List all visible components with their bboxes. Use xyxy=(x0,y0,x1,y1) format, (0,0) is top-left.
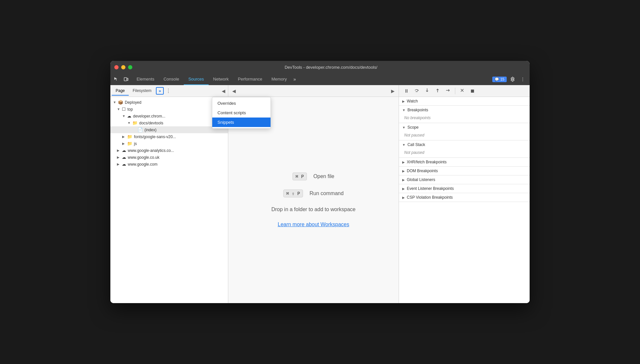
section-scope-content: Not paused xyxy=(399,132,530,140)
inspect-element-button[interactable] xyxy=(112,75,121,83)
shortcut-open-file-keys: ⌘ P xyxy=(292,173,307,180)
pause-button[interactable]: ⏸ xyxy=(402,87,411,95)
tab-network[interactable]: Network xyxy=(209,73,234,85)
tab-filesystem[interactable]: Filesystem xyxy=(129,86,155,96)
google-co-uk-label: www.google.co.uk xyxy=(128,155,160,160)
section-call-stack-content: Not paused xyxy=(399,149,530,157)
settings-button[interactable] xyxy=(508,75,517,83)
tree-item-fonts[interactable]: ▶ 📁 fonts/google-sans-v20... xyxy=(110,133,228,140)
call-stack-chevron-icon: ▼ xyxy=(402,143,405,147)
step-out-button[interactable] xyxy=(433,86,442,95)
fonts-label: fonts/google-sans-v20... xyxy=(134,135,176,139)
section-dom-breakpoints-header[interactable]: ▶ DOM Breakpoints xyxy=(399,167,530,175)
developer-chrome-icon: ☁ xyxy=(127,114,131,118)
device-toolbar-button[interactable] xyxy=(122,75,131,83)
section-event-listener-breakpoints: ▶ Event Listener Breakpoints xyxy=(399,184,530,193)
section-watch: ▶ Watch xyxy=(399,97,530,106)
watch-chevron-icon: ▶ xyxy=(402,100,405,103)
section-event-listener-breakpoints-label: Event Listener Breakpoints xyxy=(407,186,454,191)
tree-item-docs-devtools[interactable]: ▼ 📁 docs/devtools xyxy=(110,119,228,126)
tree-item-deployed[interactable]: ▼ 📦 Deployed xyxy=(110,99,228,106)
more-sources-tabs-button[interactable]: » xyxy=(156,87,163,95)
csp-violation-chevron-icon: ▶ xyxy=(402,196,405,199)
tab-bar-right: 💬 15 ⋮ xyxy=(490,73,530,85)
google-analytics-label: www.google-analytics.co... xyxy=(128,148,174,153)
title-bar: DevTools - developer.chrome.com/docs/dev… xyxy=(110,61,530,73)
tree-item-google-co-uk[interactable]: ▶ ☁ www.google.co.uk xyxy=(110,154,228,161)
dropdown-content-scripts[interactable]: Content scripts xyxy=(212,108,271,118)
devtools-body: Elements Console Sources Network Perform… xyxy=(110,73,530,303)
tree-item-index[interactable]: 📄 (index) xyxy=(110,126,228,133)
section-call-stack-label: Call Stack xyxy=(407,142,425,147)
sources-more-options[interactable]: ⋮ xyxy=(164,86,172,95)
section-global-listeners-header[interactable]: ▶ Global Listeners xyxy=(399,175,530,184)
hide-panel-button[interactable]: ◀ xyxy=(231,87,237,95)
tree-item-top[interactable]: ▼ ☐ top xyxy=(110,106,228,113)
dropdown-snippets[interactable]: Snippets xyxy=(212,118,271,127)
dropdown-overrides[interactable]: Overrides xyxy=(212,99,271,108)
chevron-deployed: ▼ xyxy=(113,100,117,104)
minimize-button[interactable] xyxy=(121,65,125,69)
stop-button[interactable]: ⏹ xyxy=(468,87,477,95)
chevron-fonts: ▶ xyxy=(122,135,126,138)
event-listener-breakpoints-chevron-icon: ▶ xyxy=(402,187,405,191)
sources-tabs: Page Filesystem » ⋮ ◀ xyxy=(110,85,228,97)
section-event-listener-breakpoints-header[interactable]: ▶ Event Listener Breakpoints xyxy=(399,184,530,193)
notification-badge[interactable]: 💬 15 xyxy=(492,77,507,82)
dropdown-menu: Overrides Content scripts Snippets xyxy=(212,97,271,129)
tab-console[interactable]: Console xyxy=(159,73,184,85)
toolbar-divider xyxy=(455,88,455,94)
window-controls xyxy=(114,65,132,69)
section-csp-violation-header[interactable]: ▶ CSP Violation Breakpoints xyxy=(399,193,530,202)
section-dom-breakpoints-label: DOM Breakpoints xyxy=(407,169,438,173)
tab-elements[interactable]: Elements xyxy=(132,73,159,85)
google-co-uk-icon: ☁ xyxy=(122,155,126,160)
section-xhr-fetch: ▶ XHR/fetch Breakpoints xyxy=(399,158,530,167)
breakpoints-chevron-icon: ▼ xyxy=(402,108,405,112)
dom-breakpoints-chevron-icon: ▶ xyxy=(402,169,405,173)
tree-item-google-analytics[interactable]: ▶ ☁ www.google-analytics.co... xyxy=(110,147,228,154)
chevron-developer-chrome: ▼ xyxy=(122,114,126,118)
section-breakpoints-header[interactable]: ▼ Breakpoints xyxy=(399,106,530,114)
section-call-stack-header[interactable]: ▼ Call Stack xyxy=(399,140,530,149)
xhr-fetch-chevron-icon: ▶ xyxy=(402,160,405,164)
more-options-button[interactable]: ⋮ xyxy=(518,75,527,83)
tab-page[interactable]: Page xyxy=(112,86,129,96)
google-com-icon: ☁ xyxy=(122,162,126,167)
section-xhr-fetch-header[interactable]: ▶ XHR/fetch Breakpoints xyxy=(399,158,530,166)
section-breakpoints-content: No breakpoints xyxy=(399,114,530,123)
section-scope-header[interactable]: ▼ Scope xyxy=(399,123,530,132)
tree-item-google-com[interactable]: ▶ ☁ www.google.com xyxy=(110,161,228,168)
more-tabs-button[interactable]: » xyxy=(292,73,298,85)
shortcut-run-command-label: Run command xyxy=(310,191,344,196)
index-icon: 📄 xyxy=(138,127,143,132)
shortcut-run-command: ⌘ ⇧ P Run command xyxy=(283,190,344,197)
workspace-learn-more-link[interactable]: Learn more about Workspaces xyxy=(278,222,349,228)
step-button[interactable] xyxy=(443,86,453,95)
developer-chrome-label: developer.chrom... xyxy=(133,114,165,118)
step-into-button[interactable] xyxy=(422,86,432,95)
section-watch-label: Watch xyxy=(407,99,418,103)
show-panel-button[interactable]: ▶ xyxy=(390,87,396,95)
maximize-button[interactable] xyxy=(128,65,132,69)
google-analytics-icon: ☁ xyxy=(122,148,126,153)
right-sections: ▶ Watch ▼ Breakpoints No breakpoints xyxy=(399,97,530,303)
close-button[interactable] xyxy=(114,65,119,69)
tree-item-js[interactable]: ▶ 📁 js xyxy=(110,140,228,147)
right-panel: ⏸ xyxy=(399,85,530,303)
deactivate-breakpoints-button[interactable] xyxy=(457,86,467,95)
step-over-button[interactable] xyxy=(412,86,422,95)
section-watch-header[interactable]: ▶ Watch xyxy=(399,97,530,105)
panel-nav-left-button[interactable]: ◀ xyxy=(220,87,227,95)
tab-sources[interactable]: Sources xyxy=(184,73,209,85)
scope-chevron-icon: ▼ xyxy=(402,126,405,129)
deployed-icon: 📦 xyxy=(118,100,123,105)
chevron-top: ▼ xyxy=(117,107,121,111)
svg-rect-1 xyxy=(127,78,128,81)
tab-performance[interactable]: Performance xyxy=(233,73,267,85)
section-global-listeners: ▶ Global Listeners xyxy=(399,175,530,184)
tab-memory[interactable]: Memory xyxy=(267,73,292,85)
section-global-listeners-label: Global Listeners xyxy=(407,177,435,182)
tree-item-developer-chrome[interactable]: ▼ ☁ developer.chrom... xyxy=(110,113,228,119)
chevron-google-com: ▶ xyxy=(117,162,121,166)
